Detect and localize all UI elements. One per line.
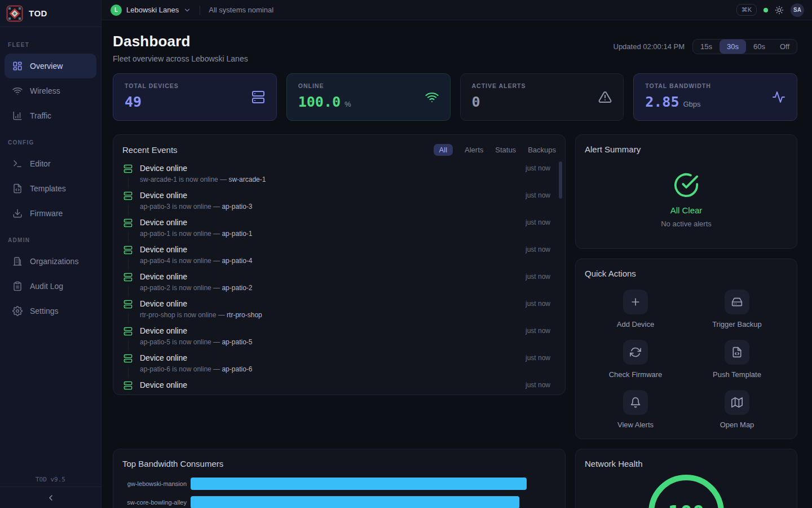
refresh-interval-control: 15s30s60sOff (692, 39, 797, 54)
events-filter-all[interactable]: All (434, 144, 453, 156)
stat-card-total-bandwidth: TOTAL BANDWIDTH2.85Gbps (633, 73, 797, 121)
stat-unit: Gbps (683, 100, 700, 108)
bandwidth-device-label: sw-core-bowling-alley (122, 499, 187, 506)
event-timestamp: just now (526, 164, 550, 172)
alert-summary-panel: Alert Summary All Clear No active alerts (575, 134, 797, 249)
sidebar-item-overview[interactable]: Overview (5, 54, 96, 78)
sidebar-nav: FLEETOverviewWirelessTrafficCONFIGEditor… (0, 27, 101, 323)
topbar-divider (200, 6, 200, 15)
sidebar-item-label: Wireless (30, 86, 60, 95)
event-row: Device onlinertr-pro-shop is now online … (122, 297, 556, 325)
app-root: TOD FLEETOverviewWirelessTrafficCONFIGEd… (0, 0, 812, 508)
refresh-interval-15s[interactable]: 15s (693, 40, 720, 54)
events-filter-status[interactable]: Status (495, 146, 516, 154)
event-title: Device online (140, 244, 526, 255)
org-switcher[interactable]: L Lebowski Lanes (111, 5, 191, 16)
event-row: Device onlineap-patio-4 is now online — … (122, 243, 556, 270)
event-title: Device online (140, 190, 526, 200)
bandwidth-device-label: gw-lebowski-mansion (122, 480, 187, 487)
download-icon (12, 208, 23, 218)
quick-action-tile (725, 390, 749, 415)
event-timestamp: just now (526, 246, 550, 253)
alert-summary-body: All Clear No active alerts (585, 172, 788, 228)
sidebar: TOD FLEETOverviewWirelessTrafficCONFIGEd… (0, 0, 102, 508)
sidebar-item-label: Traffic (30, 111, 51, 120)
dashboard-icon (12, 61, 23, 71)
recent-events-header: Recent Events AllAlertsStatusBackups (122, 144, 556, 156)
event-device-name: ap-patio-2 (222, 284, 252, 292)
nav-section-label-config: CONFIG (0, 139, 101, 146)
event-detail: ap-patio-4 is now online (140, 257, 211, 265)
file-code-icon (731, 347, 743, 358)
bandwidth-row: sw-core-bowling-alley (122, 496, 556, 508)
quick-action-add-device[interactable]: Add Device (585, 290, 686, 329)
page-subtitle: Fleet overview across Lebowski Lanes (113, 54, 248, 63)
server-icon (123, 246, 133, 255)
events-scrollbar[interactable] (559, 161, 562, 199)
events-filter-alerts[interactable]: Alerts (465, 146, 483, 154)
sidebar-item-organizations[interactable]: Organizations (5, 249, 96, 274)
refresh-interval-off[interactable]: Off (773, 40, 797, 54)
sidebar-collapse-button[interactable] (0, 487, 101, 508)
sidebar-item-firmware[interactable]: Firmware (5, 201, 96, 226)
sidebar-item-wireless[interactable]: Wireless (5, 78, 96, 103)
event-row: Device onlineap-patio-2 is now online — … (122, 270, 556, 297)
stat-label: ACTIVE ALERTS (472, 82, 612, 89)
event-device-name: ap-patio-3 (222, 203, 252, 211)
server-icon (123, 191, 133, 200)
event-timestamp: just now (526, 327, 550, 335)
chart-icon (12, 111, 23, 121)
event-device-name: rtr-pro-shop (227, 311, 262, 319)
user-avatar[interactable]: SA (791, 3, 804, 17)
stat-label: TOTAL BANDWIDTH (645, 82, 785, 89)
event-type-icon-wrap (123, 270, 133, 285)
map-icon (731, 397, 743, 408)
command-palette-shortcut[interactable]: ⌘K (736, 4, 757, 16)
server-icon (123, 300, 133, 309)
event-title: Device online (140, 163, 526, 173)
page-header-controls: Updated 02:00:14 PM 15s30s60sOff (614, 39, 798, 54)
sidebar-item-settings[interactable]: Settings (5, 299, 96, 323)
sidebar-item-label: Audit Log (30, 282, 63, 291)
server-icon (123, 381, 133, 390)
sidebar-item-templates[interactable]: Templates (5, 176, 96, 201)
quick-action-tile (623, 290, 648, 314)
event-row: Device onlinejust now (122, 379, 556, 395)
stat-card-total-devices: TOTAL DEVICES49 (113, 73, 277, 121)
org-name: Lebowski Lanes (126, 6, 179, 14)
refresh-interval-30s[interactable]: 30s (720, 40, 746, 54)
sidebar-item-label: Editor (30, 159, 51, 168)
sidebar-item-editor[interactable]: Editor (5, 151, 96, 176)
theme-toggle-button[interactable] (775, 6, 784, 15)
event-title: Device online (140, 326, 526, 336)
stat-value: 100.0 (298, 94, 341, 110)
event-row: Device onlinesw-arcade-1 is now online —… (122, 162, 556, 189)
event-title: Device online (140, 353, 526, 363)
quick-actions-panel: Quick Actions Add DeviceTrigger BackupCh… (575, 259, 797, 439)
event-separator: — (213, 338, 220, 346)
event-type-icon-wrap (123, 189, 133, 204)
quick-action-view-alerts[interactable]: View Alerts (585, 390, 686, 429)
event-timestamp: just now (526, 381, 550, 389)
stat-value: 49 (125, 94, 142, 110)
server-icon (123, 273, 133, 282)
app-version: TOD v9.5 (0, 476, 101, 483)
event-device-name: ap-patio-1 (222, 230, 252, 238)
sidebar-item-traffic[interactable]: Traffic (5, 103, 96, 128)
gear-icon (12, 306, 23, 316)
event-detail: ap-patio-6 is now online (140, 365, 211, 373)
network-health-panel: Network Health 100 (575, 449, 797, 508)
quick-action-push-template[interactable]: Push Template (686, 340, 788, 379)
quick-action-open-map[interactable]: Open Map (686, 390, 788, 429)
event-separator: — (213, 230, 220, 238)
refresh-interval-60s[interactable]: 60s (746, 40, 773, 54)
sidebar-item-audit-log[interactable]: Audit Log (5, 274, 96, 299)
bandwidth-chart: gw-lebowski-mansionsw-core-bowling-alley (122, 478, 556, 508)
chevron-down-icon (183, 6, 191, 14)
event-detail: ap-patio-2 is now online (140, 284, 211, 292)
quick-action-trigger-backup[interactable]: Trigger Backup (686, 290, 788, 329)
events-filter-backups[interactable]: Backups (528, 146, 556, 154)
event-row: Device onlineap-patio-6 is now online — … (122, 352, 556, 379)
bandwidth-bar (191, 478, 527, 490)
quick-action-check-firmware[interactable]: Check Firmware (585, 340, 686, 379)
